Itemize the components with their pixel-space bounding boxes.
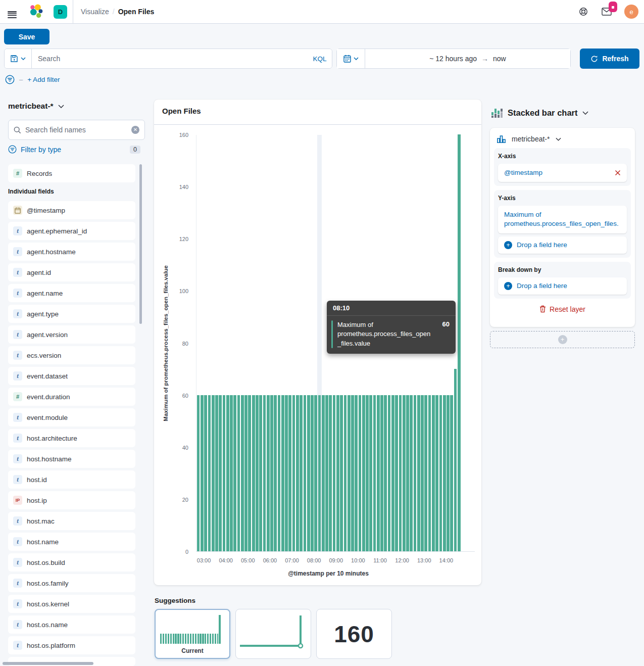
bar[interactable] xyxy=(432,395,435,551)
bar[interactable] xyxy=(263,395,266,551)
bar[interactable] xyxy=(270,395,273,551)
field-search-input[interactable] xyxy=(25,126,127,134)
query-language-button[interactable]: KQL xyxy=(308,49,332,68)
bar[interactable] xyxy=(322,395,325,551)
index-pattern-selector[interactable]: metricbeat-* xyxy=(8,102,64,111)
field-item[interactable]: tagent.name xyxy=(8,284,135,302)
suggestion-line-chart[interactable] xyxy=(235,609,311,659)
bar[interactable] xyxy=(233,395,236,551)
bar[interactable] xyxy=(373,395,376,551)
bar[interactable] xyxy=(256,395,259,551)
filter-by-type-button[interactable]: Filter by type xyxy=(21,146,61,154)
field-item[interactable]: tagent.id xyxy=(8,263,135,281)
field-item[interactable]: thost.mac xyxy=(8,512,135,530)
bar[interactable] xyxy=(201,395,204,551)
bar[interactable] xyxy=(388,395,391,551)
help-button[interactable] xyxy=(572,0,595,23)
bar[interactable] xyxy=(428,395,431,551)
field-item[interactable]: tagent.version xyxy=(8,325,135,344)
remove-dimension-icon[interactable] xyxy=(615,170,621,176)
bar[interactable] xyxy=(292,395,295,551)
time-range-display[interactable]: ~ 12 hours ago → now xyxy=(365,49,570,68)
bar[interactable] xyxy=(244,395,247,551)
field-item[interactable]: thost.os.kernel xyxy=(8,595,135,613)
bar[interactable] xyxy=(366,395,369,551)
add-layer-button[interactable]: + xyxy=(490,331,635,348)
field-item[interactable]: #event.duration xyxy=(8,388,135,406)
bar[interactable] xyxy=(267,395,270,551)
bar[interactable] xyxy=(288,395,291,551)
refresh-button[interactable]: Refresh xyxy=(580,49,639,69)
newsfeed-button[interactable] xyxy=(595,0,619,23)
bar[interactable] xyxy=(336,395,339,551)
bar[interactable] xyxy=(344,395,347,551)
bar[interactable] xyxy=(208,395,211,551)
bar[interactable] xyxy=(333,395,336,551)
reset-layer-button[interactable]: Reset layer xyxy=(494,305,631,313)
bar[interactable] xyxy=(417,395,420,551)
bar[interactable] xyxy=(318,395,321,551)
bar[interactable] xyxy=(219,395,222,551)
user-menu-button[interactable]: e xyxy=(619,0,644,23)
bar[interactable] xyxy=(414,395,417,551)
field-item[interactable]: tagent.ephemeral_id xyxy=(8,222,135,240)
search-input[interactable] xyxy=(32,49,308,68)
bar[interactable] xyxy=(252,395,255,551)
field-item[interactable]: tevent.dataset xyxy=(8,367,135,385)
field-item[interactable]: thost.os.platform xyxy=(8,636,135,654)
bar[interactable] xyxy=(454,369,457,551)
records-field-item[interactable]: # Records xyxy=(8,164,135,182)
bar[interactable] xyxy=(340,395,343,551)
bar[interactable] xyxy=(325,395,328,551)
bar[interactable] xyxy=(406,395,409,551)
clear-search-icon[interactable]: ✕ xyxy=(131,126,139,134)
field-item[interactable]: tagent.type xyxy=(8,305,135,323)
add-filter-button[interactable]: + Add filter xyxy=(27,76,60,83)
bar[interactable] xyxy=(362,395,365,551)
bar[interactable] xyxy=(230,395,233,551)
bar[interactable] xyxy=(351,395,354,551)
bar[interactable] xyxy=(395,395,398,551)
bar[interactable] xyxy=(421,395,424,551)
horizontal-scrollbar[interactable] xyxy=(3,662,93,665)
bar[interactable] xyxy=(226,395,229,551)
home-logo-button[interactable] xyxy=(24,0,48,23)
saved-query-menu-button[interactable] xyxy=(5,49,32,68)
field-item[interactable]: @timestamp xyxy=(8,201,135,219)
space-selector-button[interactable]: D xyxy=(48,0,73,23)
bar[interactable] xyxy=(359,395,362,551)
bar[interactable] xyxy=(300,395,303,551)
bar[interactable] xyxy=(237,395,240,551)
bar[interactable] xyxy=(215,395,218,551)
bar[interactable] xyxy=(439,395,442,551)
bar[interactable] xyxy=(285,395,288,551)
layer-index-pattern-selector[interactable]: metricbeat-* xyxy=(494,132,631,148)
bar[interactable] xyxy=(380,395,383,551)
bar[interactable] xyxy=(355,395,358,551)
field-item[interactable]: tecs.version xyxy=(8,346,135,364)
bar[interactable] xyxy=(377,395,380,551)
chart-type-selector[interactable]: Stacked bar chart xyxy=(491,108,588,118)
filter-icon[interactable] xyxy=(5,75,15,84)
field-item[interactable]: thost.architecture xyxy=(8,429,135,447)
bar[interactable] xyxy=(274,395,277,551)
bar[interactable] xyxy=(458,134,461,551)
menu-button[interactable] xyxy=(0,0,24,23)
suggestion-current[interactable]: Current xyxy=(155,609,230,659)
field-item[interactable]: tagent.hostname xyxy=(8,243,135,261)
bar[interactable] xyxy=(399,395,402,551)
quick-select-time-button[interactable] xyxy=(337,49,365,68)
field-item[interactable]: thost.os.family xyxy=(8,574,135,592)
bar[interactable] xyxy=(314,395,317,551)
bar[interactable] xyxy=(278,395,281,551)
field-item[interactable]: thost.os.build xyxy=(8,553,135,572)
bar[interactable] xyxy=(212,395,215,551)
break-down-drop-target[interactable]: + Drop a field here xyxy=(498,277,627,295)
field-item[interactable]: thost.hostname xyxy=(8,450,135,468)
bar[interactable] xyxy=(443,395,446,551)
bar[interactable] xyxy=(223,395,226,551)
field-item[interactable]: thost.id xyxy=(8,470,135,489)
bar[interactable] xyxy=(410,395,413,551)
bar[interactable] xyxy=(450,395,453,551)
bar[interactable] xyxy=(384,395,387,551)
